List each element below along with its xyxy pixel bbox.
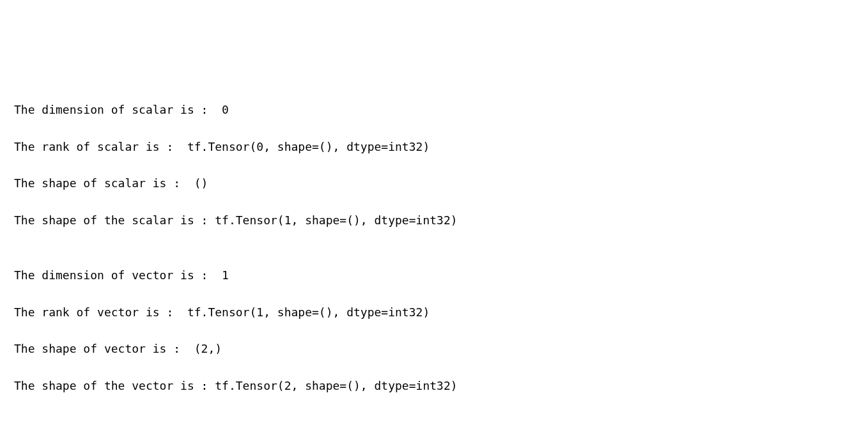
output-line: The shape of the vector is : tf.Tensor(2… bbox=[14, 377, 854, 396]
output-line: The dimension of scalar is : 0 bbox=[14, 101, 854, 119]
output-line: The shape of vector is : (2,) bbox=[14, 340, 854, 358]
terminal-output: The dimension of scalar is : 0 The rank … bbox=[14, 82, 854, 423]
output-line: The shape of the scalar is : tf.Tensor(1… bbox=[14, 211, 854, 230]
output-line: The dimension of vector is : 1 bbox=[14, 266, 854, 285]
output-line: The rank of scalar is : tf.Tensor(0, sha… bbox=[14, 138, 854, 157]
output-line: The shape of scalar is : () bbox=[14, 174, 854, 193]
output-line: The rank of vector is : tf.Tensor(1, sha… bbox=[14, 304, 854, 322]
